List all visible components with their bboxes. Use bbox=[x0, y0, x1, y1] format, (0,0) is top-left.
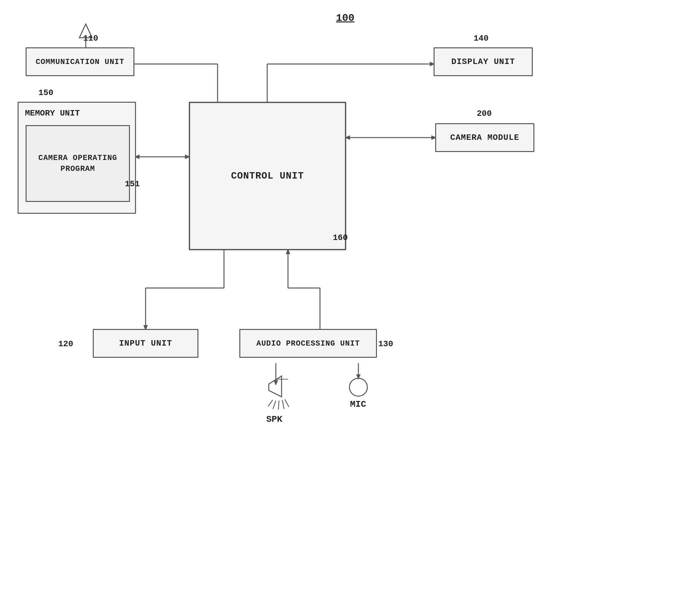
control-unit-box: CONTROL UNIT bbox=[189, 102, 346, 250]
ref-130: 130 bbox=[378, 339, 393, 349]
spk-label: SPK bbox=[266, 414, 282, 424]
ref-160: 160 bbox=[333, 233, 348, 243]
svg-point-32 bbox=[350, 378, 367, 396]
diagram: 100 bbox=[0, 0, 695, 616]
svg-line-28 bbox=[273, 401, 276, 409]
input-unit-label: INPUT UNIT bbox=[119, 339, 172, 348]
camera-operating-program-box: CAMERA OPERATING PROGRAM bbox=[26, 125, 130, 202]
ref-151: 151 bbox=[125, 179, 140, 189]
audio-processing-unit-box: AUDIO PROCESSING UNIT bbox=[239, 329, 377, 358]
svg-line-31 bbox=[285, 399, 289, 407]
svg-marker-37 bbox=[356, 374, 361, 379]
ref-120: 120 bbox=[58, 339, 73, 349]
ref-150: 150 bbox=[38, 88, 53, 98]
svg-line-27 bbox=[268, 400, 273, 406]
ref-140: 140 bbox=[474, 34, 489, 43]
audio-processing-unit-label: AUDIO PROCESSING UNIT bbox=[256, 339, 360, 348]
camera-operating-program-label: CAMERA OPERATING PROGRAM bbox=[30, 153, 126, 174]
ref-110: 110 bbox=[83, 34, 98, 43]
control-unit-label: CONTROL UNIT bbox=[231, 171, 304, 182]
svg-marker-35 bbox=[274, 380, 278, 386]
svg-line-29 bbox=[278, 401, 279, 410]
input-unit-box: INPUT UNIT bbox=[93, 329, 198, 358]
svg-line-30 bbox=[282, 400, 284, 409]
display-unit-box: DISPLAY UNIT bbox=[434, 47, 533, 76]
camera-module-box: CAMERA MODULE bbox=[435, 123, 535, 152]
diagram-title: 100 bbox=[336, 12, 355, 24]
memory-unit-outer-box: MEMORY UNIT CAMERA OPERATING PROGRAM bbox=[18, 102, 136, 214]
camera-module-label: CAMERA MODULE bbox=[450, 133, 519, 142]
display-unit-label: DISPLAY UNIT bbox=[451, 57, 515, 67]
mic-label: MIC bbox=[350, 399, 366, 409]
communication-unit-box: COMMUNICATION UNIT bbox=[26, 47, 134, 76]
svg-marker-26 bbox=[269, 376, 282, 397]
communication-unit-label: COMMUNICATION UNIT bbox=[35, 57, 124, 66]
ref-200: 200 bbox=[477, 109, 492, 118]
memory-unit-label: MEMORY UNIT bbox=[25, 108, 80, 118]
